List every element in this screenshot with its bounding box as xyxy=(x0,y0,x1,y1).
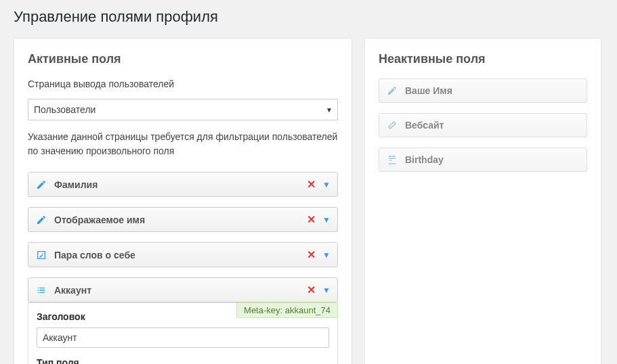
expand-button[interactable]: ▼ xyxy=(322,215,331,225)
title-input[interactable] xyxy=(37,327,329,348)
page-output-help: Указание данной страницы требуется для ф… xyxy=(28,130,338,158)
field-expanded-body: Meta-key: akkaunt_74 Заголовок Тип поля xyxy=(28,302,338,364)
field-label: Аккаунт xyxy=(54,285,300,296)
active-fields-heading: Активные поля xyxy=(28,52,338,66)
field-label: Birthday xyxy=(405,154,580,165)
field-actions: ✕ ▼ xyxy=(307,248,331,261)
field-row-familia[interactable]: Фамилия ✕ ▼ xyxy=(28,172,338,197)
active-fields-panel: Активные поля Страница вывода пользовате… xyxy=(14,38,352,364)
link-icon xyxy=(386,119,398,131)
type-label: Тип поля xyxy=(37,357,329,364)
expand-button[interactable]: ▼ xyxy=(322,250,331,260)
field-actions: ✕ ▼ xyxy=(307,178,331,191)
meta-key-badge: Meta-key: akkaunt_74 xyxy=(236,302,338,318)
field-label: Ваше Имя xyxy=(405,85,580,96)
page-output-select-wrap: Пользователи ▼ xyxy=(28,99,338,120)
field-row-displayname[interactable]: Отображаемое имя ✕ ▼ xyxy=(28,207,338,232)
inactive-field-birthday[interactable]: Birthday xyxy=(379,147,587,172)
field-row-about[interactable]: Пара слов о себе ✕ ▼ xyxy=(28,242,338,267)
inactive-field-website[interactable]: Вебсайт xyxy=(379,113,587,137)
page-title: Управление полями профиля xyxy=(0,0,617,38)
list-icon xyxy=(35,284,47,296)
remove-button[interactable]: ✕ xyxy=(307,248,316,261)
field-label: Фамилия xyxy=(54,179,300,190)
field-label: Вебсайт xyxy=(405,120,580,131)
inactive-field-name[interactable]: Ваше Имя xyxy=(379,78,587,103)
field-row-account[interactable]: Аккаунт ✕ ▼ xyxy=(28,277,338,302)
remove-button[interactable]: ✕ xyxy=(307,213,316,226)
meta-key-label: Meta-key: xyxy=(244,305,282,315)
columns: Активные поля Страница вывода пользовате… xyxy=(0,38,617,364)
inactive-fields-panel: Неактивные поля Ваше Имя Вебсайт Birthda… xyxy=(364,38,601,364)
collapse-button[interactable]: ▼ xyxy=(322,286,331,295)
pencil-icon xyxy=(35,179,47,191)
inactive-fields-heading: Неактивные поля xyxy=(379,52,587,66)
remove-button[interactable]: ✕ xyxy=(307,178,316,191)
remove-button[interactable]: ✕ xyxy=(307,283,316,296)
field-label: Пара слов о себе xyxy=(54,250,300,260)
page-output-select[interactable]: Пользователи xyxy=(28,99,338,120)
pencil-icon xyxy=(386,85,398,97)
field-label: Отображаемое имя xyxy=(54,214,300,225)
field-actions: ✕ ▼ xyxy=(307,283,331,296)
field-actions: ✕ ▼ xyxy=(307,213,331,226)
edit-box-icon xyxy=(35,249,47,261)
expand-button[interactable]: ▼ xyxy=(322,180,331,189)
calendar-icon xyxy=(386,154,398,166)
pencil-icon xyxy=(35,214,47,226)
page-output-label: Страница вывода пользователей xyxy=(28,78,338,89)
meta-key-value: akkaunt_74 xyxy=(285,305,331,315)
